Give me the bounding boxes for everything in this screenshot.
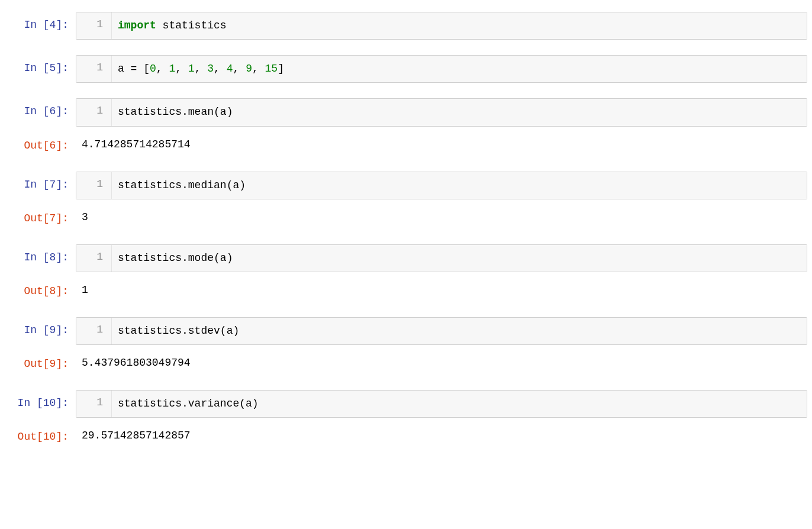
input-cell: In [6]:1statistics.mean(a) bbox=[0, 98, 812, 126]
code-token: , bbox=[233, 63, 246, 75]
code-input-area[interactable]: 1statistics.median(a) bbox=[76, 172, 807, 199]
code-token: import bbox=[118, 20, 156, 31]
input-cell: In [5]:1a = [0, 1, 1, 3, 4, 9, 15] bbox=[0, 55, 812, 83]
input-prompt: In [6]: bbox=[5, 98, 76, 119]
output-text: 1 bbox=[76, 278, 807, 302]
code-content[interactable]: statistics.variance(a) bbox=[112, 391, 807, 417]
code-token: statistics.mean(a) bbox=[118, 106, 233, 118]
output-prompt: Out[8]: bbox=[5, 278, 76, 299]
input-cell: In [7]:1statistics.median(a) bbox=[0, 172, 812, 199]
line-number-gutter: 1 bbox=[76, 318, 112, 344]
code-input-area[interactable]: 1statistics.variance(a) bbox=[76, 390, 807, 418]
output-prompt: Out[9]: bbox=[5, 351, 76, 372]
code-token: 1 bbox=[169, 63, 175, 75]
code-token: ] bbox=[278, 63, 284, 75]
input-cell: In [10]:1statistics.variance(a) bbox=[0, 390, 812, 418]
cell-group: In [4]:1import statistics bbox=[0, 12, 812, 40]
output-prompt: Out[10]: bbox=[5, 424, 76, 444]
input-prompt: In [9]: bbox=[5, 317, 76, 338]
code-token: , bbox=[214, 63, 227, 75]
code-token: 1 bbox=[188, 63, 195, 75]
output-text: 4.714285714285714 bbox=[76, 133, 807, 156]
output-cell: Out[9]:5.437961803049794 bbox=[0, 351, 812, 375]
output-cell: Out[6]:4.714285714285714 bbox=[0, 133, 812, 156]
code-content[interactable]: a = [0, 1, 1, 3, 4, 9, 15] bbox=[112, 56, 807, 82]
code-content[interactable]: statistics.mean(a) bbox=[112, 99, 807, 125]
line-number-gutter: 1 bbox=[76, 56, 112, 82]
line-number-gutter: 1 bbox=[76, 391, 112, 417]
output-text: 3 bbox=[76, 205, 807, 229]
code-input-area[interactable]: 1import statistics bbox=[76, 12, 807, 40]
output-cell: Out[7]:3 bbox=[0, 205, 812, 229]
cell-group: In [9]:1statistics.stdev(a)Out[9]:5.4379… bbox=[0, 317, 812, 375]
code-input-area[interactable]: 1statistics.mean(a) bbox=[76, 98, 807, 126]
line-number-gutter: 1 bbox=[76, 99, 112, 125]
cell-group: In [5]:1a = [0, 1, 1, 3, 4, 9, 15] bbox=[0, 55, 812, 83]
code-token: statistics.median(a) bbox=[118, 179, 246, 191]
output-cell: Out[10]:29.57142857142857 bbox=[0, 424, 812, 447]
output-prompt: Out[6]: bbox=[5, 133, 76, 153]
output-text: 29.57142857142857 bbox=[76, 424, 807, 447]
code-token: statistics.mode(a) bbox=[118, 252, 233, 264]
input-cell: In [8]:1statistics.mode(a) bbox=[0, 244, 812, 272]
output-prompt: Out[7]: bbox=[5, 205, 76, 226]
code-token: 9 bbox=[246, 63, 252, 75]
code-content[interactable]: statistics.mode(a) bbox=[112, 245, 807, 272]
code-content[interactable]: import statistics bbox=[112, 12, 807, 39]
code-token: 15 bbox=[265, 63, 278, 75]
output-text: 5.437961803049794 bbox=[76, 351, 807, 375]
line-number-gutter: 1 bbox=[76, 12, 112, 39]
input-prompt: In [8]: bbox=[5, 244, 76, 265]
code-content[interactable]: statistics.stdev(a) bbox=[112, 318, 807, 344]
code-input-area[interactable]: 1a = [0, 1, 1, 3, 4, 9, 15] bbox=[76, 55, 807, 83]
output-cell: Out[8]:1 bbox=[0, 278, 812, 302]
line-number-gutter: 1 bbox=[76, 172, 112, 199]
line-number-gutter: 1 bbox=[76, 245, 112, 272]
code-token: 0 bbox=[150, 63, 156, 75]
code-token: , bbox=[195, 63, 208, 75]
input-cell: In [9]:1statistics.stdev(a) bbox=[0, 317, 812, 345]
code-token: a = [ bbox=[118, 63, 150, 75]
code-token: 3 bbox=[207, 63, 214, 75]
code-token: statistics.stdev(a) bbox=[118, 325, 239, 337]
code-token: 4 bbox=[227, 63, 233, 75]
input-cell: In [4]:1import statistics bbox=[0, 12, 812, 40]
code-token: , bbox=[252, 63, 265, 75]
input-prompt: In [7]: bbox=[5, 172, 76, 192]
code-token: , bbox=[175, 63, 188, 75]
notebook: In [4]:1import statisticsIn [5]:1a = [0,… bbox=[0, 12, 812, 447]
cell-group: In [10]:1statistics.variance(a)Out[10]:2… bbox=[0, 390, 812, 447]
cell-group: In [6]:1statistics.mean(a)Out[6]:4.71428… bbox=[0, 98, 812, 156]
code-token: , bbox=[156, 63, 169, 75]
cell-group: In [7]:1statistics.median(a)Out[7]:3 bbox=[0, 172, 812, 229]
code-input-area[interactable]: 1statistics.mode(a) bbox=[76, 244, 807, 272]
cell-group: In [8]:1statistics.mode(a)Out[8]:1 bbox=[0, 244, 812, 302]
code-input-area[interactable]: 1statistics.stdev(a) bbox=[76, 317, 807, 345]
code-token: statistics bbox=[156, 20, 227, 31]
input-prompt: In [10]: bbox=[5, 390, 76, 411]
code-content[interactable]: statistics.median(a) bbox=[112, 172, 807, 199]
input-prompt: In [5]: bbox=[5, 55, 76, 76]
code-token: statistics.variance(a) bbox=[118, 398, 259, 409]
input-prompt: In [4]: bbox=[5, 12, 76, 33]
